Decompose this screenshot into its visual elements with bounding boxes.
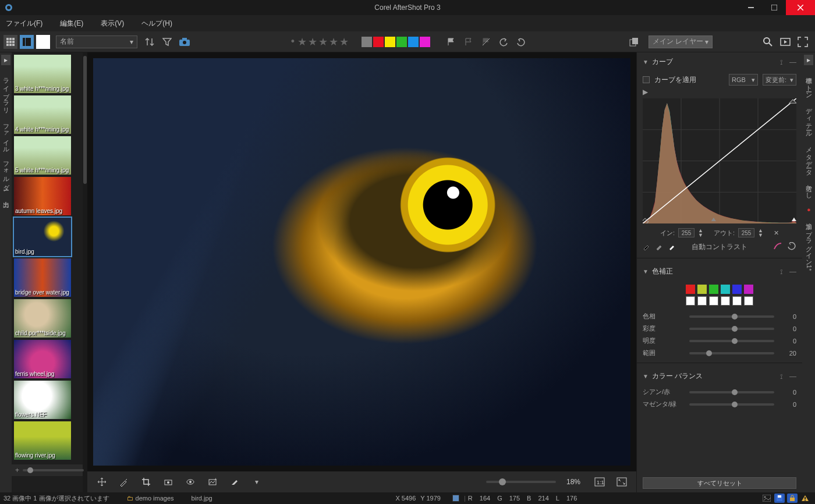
status-folder[interactable]: demo images	[136, 495, 174, 502]
menu-view[interactable]: 表示(V)	[101, 19, 124, 29]
color-label-1[interactable]	[373, 37, 384, 47]
histogram[interactable]	[643, 98, 796, 223]
region-icon[interactable]: +	[205, 474, 220, 489]
eyedropper-gray-icon[interactable]	[655, 242, 664, 252]
thumbnail[interactable]: 5 white h***nning.jpg	[14, 136, 71, 175]
before-select[interactable]: 変更前:▾	[763, 74, 796, 86]
star-4[interactable]: ★	[329, 36, 338, 48]
tab-standard[interactable]: 標準	[803, 69, 814, 77]
zoom-slider[interactable]	[486, 481, 556, 483]
right-panel-toggle[interactable]: ▸	[804, 55, 813, 65]
thumbnail[interactable]: bird.jpg	[14, 218, 71, 256]
view-single-button[interactable]	[36, 35, 50, 49]
cc-white-5[interactable]	[744, 296, 753, 306]
tab-metadata[interactable]: メタデータ	[803, 139, 814, 176]
star-2[interactable]: ★	[308, 36, 317, 48]
in-value[interactable]: 255	[678, 228, 694, 237]
status-disk-icon[interactable]	[774, 494, 785, 503]
sort-select[interactable]: 名前▾	[56, 36, 137, 48]
view-grid-button[interactable]	[3, 35, 17, 49]
eyedropper-black-icon[interactable]	[643, 242, 651, 252]
thumbnail-size-slider[interactable]	[23, 469, 84, 471]
color-label-3[interactable]	[396, 37, 407, 47]
thumbnail[interactable]: autumn leaves.jpg	[14, 177, 71, 215]
color-label-0[interactable]	[362, 37, 372, 47]
status-file[interactable]: bird.jpg	[192, 495, 212, 502]
rng-slider[interactable]	[689, 352, 774, 354]
plus-icon[interactable]: +	[15, 466, 19, 474]
cc-white-3[interactable]	[721, 296, 730, 306]
menu-edit[interactable]: 編集(E)	[60, 19, 83, 29]
magenta-value[interactable]: 0	[779, 401, 796, 408]
search-icon[interactable]	[760, 34, 775, 49]
cyan-value[interactable]: 0	[779, 389, 796, 396]
whitebalance-icon[interactable]	[116, 474, 132, 489]
color-label-4[interactable]	[408, 37, 419, 47]
star-3[interactable]: ★	[318, 36, 328, 48]
hue-slider[interactable]	[689, 315, 774, 318]
out-stepper-icon[interactable]: ▲▼	[758, 228, 763, 237]
magenta-slider[interactable]	[689, 403, 774, 406]
cc-white-0[interactable]	[686, 296, 695, 306]
eyedropper-white-icon[interactable]	[668, 242, 676, 252]
status-lock-icon[interactable]	[787, 494, 798, 503]
bri-value[interactable]: 0	[779, 338, 796, 345]
fullscreen-icon[interactable]	[795, 34, 810, 49]
autocontrast-label[interactable]: 自動コントラスト	[692, 242, 747, 252]
rng-value[interactable]: 20	[779, 350, 796, 357]
tab-plugin[interactable]: プラグイン 1*	[803, 222, 814, 275]
curve-reset-icon[interactable]	[787, 242, 796, 252]
left-panel-toggle[interactable]: ▸	[1, 55, 10, 65]
channel-select[interactable]: RGB▾	[729, 74, 758, 86]
in-stepper-icon[interactable]: ▲▼	[698, 228, 703, 237]
cc-color-4[interactable]	[732, 285, 742, 294]
cc-color-0[interactable]	[686, 285, 695, 294]
layer-select[interactable]: メイン レイヤー▾	[649, 36, 713, 48]
tab-watermark[interactable]: 透かし	[803, 176, 814, 200]
color-balance-header[interactable]: ▼ カラー バランス ⟟ —	[637, 367, 802, 386]
apply-curves-checkbox[interactable]	[643, 76, 650, 83]
hue-value[interactable]: 0	[779, 313, 796, 320]
tab-detail[interactable]: ディテール	[803, 100, 814, 139]
undo-icon[interactable]	[496, 34, 511, 49]
minimize-button[interactable]	[739, 0, 763, 15]
thumbnail[interactable]: bridge over water.jpg	[14, 258, 71, 297]
reset-section-icon[interactable]: —	[789, 372, 796, 381]
status-image-icon[interactable]	[761, 494, 772, 503]
tab-add[interactable]: 追加	[803, 214, 814, 222]
color-correction-header[interactable]: ▼ 色補正 ⟟ —	[637, 262, 802, 281]
delete-point-icon[interactable]: ✕	[774, 229, 779, 237]
canvas[interactable]	[93, 58, 630, 466]
reset-section-icon[interactable]: —	[789, 58, 796, 66]
pin-icon[interactable]: ⟟	[780, 58, 782, 66]
crop-icon[interactable]	[139, 474, 154, 489]
star-1[interactable]: ★	[297, 36, 307, 48]
copy-layer-icon[interactable]	[626, 34, 642, 49]
tab-output[interactable]: 出力	[1, 191, 12, 201]
close-button[interactable]	[786, 0, 815, 15]
curves-header[interactable]: ▼ カーブ ⟟ —	[637, 52, 802, 72]
cc-white-4[interactable]	[732, 296, 742, 306]
curve-play-icon[interactable]: ▶	[643, 88, 648, 96]
rating-dot-icon[interactable]: •	[291, 36, 295, 48]
pin-icon[interactable]: ⟟	[780, 372, 782, 381]
cc-white-1[interactable]	[697, 296, 707, 306]
reset-all-button[interactable]: すべてリセット	[643, 477, 796, 489]
thumbnail[interactable]: 4 white h***nning.jpg	[14, 95, 71, 134]
sat-value[interactable]: 0	[779, 325, 796, 332]
cc-color-5[interactable]	[744, 285, 753, 294]
thumbnail[interactable]: flowing river.jpg	[14, 421, 71, 460]
tab-add-star[interactable]: ＊	[803, 200, 814, 214]
actual-size-icon[interactable]: 1:1	[592, 474, 607, 489]
thumbnails-strip[interactable]: 3 white h***nning.jpg4 white h***nning.j…	[12, 52, 84, 462]
out-value[interactable]: 255	[738, 228, 754, 237]
bri-slider[interactable]	[689, 340, 774, 342]
slideshow-icon[interactable]	[778, 34, 793, 49]
maximize-button[interactable]	[763, 0, 786, 15]
color-label-2[interactable]	[385, 37, 395, 47]
tab-file-folder[interactable]: ファイル フォルダー	[1, 115, 12, 191]
fit-icon[interactable]	[614, 474, 629, 489]
redo-icon[interactable]	[513, 34, 529, 49]
curve-preset-icon[interactable]	[773, 242, 782, 252]
cc-color-3[interactable]	[721, 285, 730, 294]
